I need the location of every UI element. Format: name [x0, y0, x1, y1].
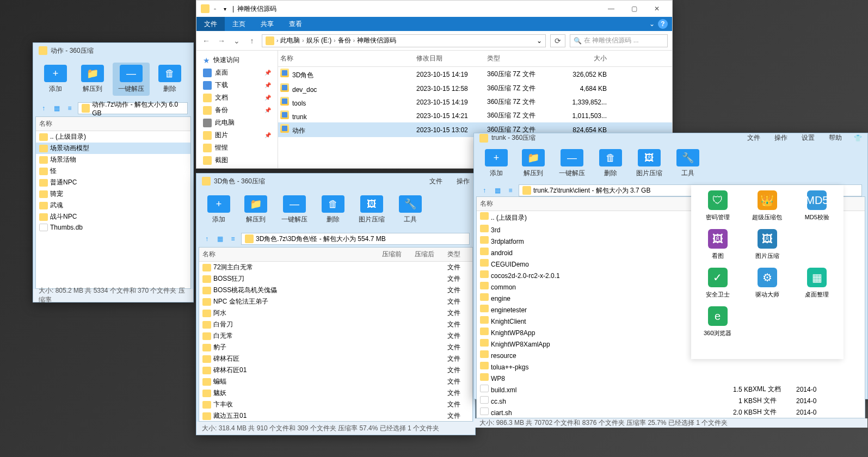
- sidebar-item[interactable]: 备份📌: [199, 104, 275, 116]
- add-button[interactable]: +添加: [479, 147, 513, 180]
- list-item[interactable]: BOSS桃花岛机关傀儡文件: [199, 285, 472, 296]
- breadcrumb-item[interactable]: 娱乐 (E:): [306, 36, 332, 45]
- list-item[interactable]: tolua++-pkgs: [477, 361, 865, 372]
- sidebar-item[interactable]: 下载📌: [199, 79, 275, 91]
- breadcrumb-item[interactable]: 备份: [338, 36, 351, 45]
- tools-button[interactable]: 🔧工具: [671, 147, 705, 180]
- back-button[interactable]: ←: [201, 35, 212, 46]
- table-row[interactable]: dev_doc2023-10-15 12:58360压缩 7Z 文件4,684 …: [278, 82, 672, 95]
- column-type[interactable]: 类型: [487, 54, 552, 63]
- add-button[interactable]: +添加: [39, 63, 72, 96]
- list-item[interactable]: 骑宠: [36, 188, 190, 200]
- list-item[interactable]: 72洞主白无常文件: [199, 262, 472, 273]
- tools-button[interactable]: 🔧工具: [393, 193, 427, 226]
- up-button[interactable]: ↑: [247, 35, 257, 46]
- list-item[interactable]: 白无常文件: [199, 330, 472, 342]
- column-type[interactable]: 类型: [447, 250, 469, 259]
- one-click-extract-button[interactable]: —一键解压: [553, 147, 590, 180]
- list-item[interactable]: 碑林石匠文件: [199, 353, 472, 365]
- menu-settings[interactable]: 设置: [802, 133, 815, 143]
- tool-browser[interactable]: e360浏览器: [697, 306, 738, 337]
- list-item[interactable]: BOSS狂刀文件: [199, 273, 472, 285]
- column-name[interactable]: 名称: [480, 199, 715, 208]
- tab-file[interactable]: 文件: [196, 17, 225, 31]
- maximize-button[interactable]: ▢: [623, 2, 645, 16]
- sidebar[interactable]: ★快速访问桌面📌下载📌文档📌备份📌此电脑图片📌惺惺截图: [196, 51, 278, 168]
- list-item[interactable]: 藏边五丑01文件: [199, 410, 472, 422]
- sidebar-item[interactable]: 此电脑: [199, 116, 275, 129]
- file-list[interactable]: 名称 压缩前 压缩后 类型 72洞主白无常文件BOSS狂刀文件BOSS桃花岛机关…: [199, 247, 473, 422]
- tool-md5[interactable]: MD5MD5校验: [796, 190, 838, 221]
- column-name[interactable]: 名称: [202, 250, 382, 259]
- list-item[interactable]: 豹子文件: [199, 342, 472, 353]
- list-item[interactable]: NPC 金轮法王弟子文件: [199, 296, 472, 307]
- chevron-down-icon[interactable]: ⌄: [537, 37, 542, 45]
- list-item[interactable]: 阿水文件: [199, 307, 472, 319]
- tab-share[interactable]: 共享: [253, 17, 281, 31]
- tools-panel[interactable]: 🛡密码管理 👑超级压缩包 MD5MD5校验 🖼看图 🖼图片压缩 ✓安全卫士 ⚙驱…: [691, 185, 844, 359]
- list-item[interactable]: 怪: [36, 165, 190, 177]
- menu-file[interactable]: 文件: [429, 177, 442, 186]
- breadcrumb[interactable]: › 此电脑 › 娱乐 (E:) › 备份 › 神雕侠侣源码 ⌄: [262, 34, 546, 47]
- tool-safe[interactable]: ✓安全卫士: [697, 268, 738, 299]
- menu-operate[interactable]: 操作: [457, 177, 470, 186]
- breadcrumb-item[interactable]: 神雕侠侣源码: [357, 36, 396, 45]
- view-icon[interactable]: ▦: [493, 186, 502, 195]
- compressor-window-2[interactable]: 3D角色 - 360压缩 文件 操作 +添加 📁解压到 —一键解压 🗑删除 🖼图…: [196, 173, 476, 435]
- list-item[interactable]: 场景活物: [36, 154, 190, 165]
- view-icon[interactable]: ▦: [52, 103, 61, 113]
- pic-compress-button[interactable]: 🖼图片压缩: [631, 147, 668, 180]
- recent-dropdown[interactable]: ⌄: [231, 35, 242, 46]
- list-item[interactable]: cc.sh1 KBSH 文件2014-0: [477, 395, 865, 406]
- extract-to-button[interactable]: 📁解压到: [76, 63, 109, 96]
- qat-icon[interactable]: ▾: [220, 4, 229, 13]
- sidebar-item[interactable]: 桌面📌: [199, 66, 275, 79]
- sidebar-item[interactable]: 截图: [199, 154, 275, 166]
- search-input[interactable]: 🔍 在 神雕侠侣源码 ...: [570, 34, 668, 47]
- list-item[interactable]: 普通NPC: [36, 177, 190, 188]
- column-name[interactable]: 名称: [280, 54, 416, 63]
- list-icon[interactable]: ≡: [506, 186, 515, 195]
- minimize-button[interactable]: —: [600, 2, 622, 16]
- titlebar[interactable]: ▫ ▾ | 神雕侠侣源码 — ▢ ✕: [196, 1, 672, 17]
- compressor-window-1[interactable]: 动作 - 360压缩 +添加 📁解压到 —一键解压 🗑删除 ↑ ▦ ≡ 动作.7…: [33, 42, 194, 302]
- extract-to-button[interactable]: 📁解压到: [516, 147, 550, 180]
- delete-button[interactable]: 🗑删除: [316, 193, 350, 226]
- file-list[interactable]: 名称 .. (上级目录)场景动画模型场景活物怪普通NPC骑宠武魂战斗NPCThu…: [35, 116, 191, 289]
- list-item[interactable]: WP8: [477, 372, 865, 384]
- path-input[interactable]: 动作.7z\动作 - 解包大小为 6.0 GB: [78, 102, 188, 114]
- column-pre[interactable]: 压缩前: [382, 250, 415, 259]
- tab-view[interactable]: 查看: [281, 17, 310, 31]
- qat-icon[interactable]: ▫: [211, 4, 219, 13]
- column-post[interactable]: 压缩后: [415, 250, 447, 259]
- view-icon[interactable]: ▦: [215, 234, 225, 244]
- menu-operate[interactable]: 操作: [774, 133, 787, 143]
- list-icon[interactable]: ≡: [228, 234, 238, 244]
- path-input[interactable]: 3D角色.7z\3D角色\怪 - 解包大小为 554.7 MB: [241, 233, 470, 245]
- tool-super-zip[interactable]: 👑超级压缩包: [746, 190, 788, 221]
- table-row[interactable]: trunk2023-10-15 14:21360压缩 7Z 文件1,011,50…: [278, 109, 672, 122]
- delete-button[interactable]: 🗑删除: [153, 63, 187, 96]
- up-icon[interactable]: ↑: [202, 234, 212, 244]
- list-item[interactable]: 武魂: [36, 200, 190, 211]
- add-button[interactable]: +添加: [202, 193, 236, 226]
- sidebar-item[interactable]: 惺惺: [199, 141, 275, 154]
- forward-button[interactable]: →: [216, 35, 227, 46]
- list-item[interactable]: 魑妖文件: [199, 387, 472, 399]
- list-item[interactable]: build.xml1.5 KBXML 文档2014-0: [477, 384, 865, 395]
- tab-home[interactable]: 主页: [225, 17, 253, 31]
- column-date[interactable]: 修改日期: [416, 54, 487, 63]
- one-click-extract-button[interactable]: —一键解压: [276, 193, 313, 226]
- list-item[interactable]: 卞丰收文件: [199, 399, 472, 410]
- tool-password[interactable]: 🛡密码管理: [697, 190, 738, 221]
- breadcrumb-item[interactable]: 此电脑: [280, 36, 300, 45]
- column-size[interactable]: 大小: [552, 54, 607, 63]
- list-item[interactable]: 白骨刀文件: [199, 319, 472, 330]
- menu-help[interactable]: 帮助: [829, 133, 842, 143]
- up-icon[interactable]: ↑: [39, 103, 48, 113]
- list-item[interactable]: .. (上级目录): [36, 131, 190, 143]
- table-row[interactable]: tools2023-10-15 14:19360压缩 7Z 文件1,339,85…: [278, 95, 672, 109]
- one-click-extract-button[interactable]: —一键解压: [113, 63, 150, 96]
- tool-desk[interactable]: ▦桌面整理: [796, 268, 838, 299]
- extract-to-button[interactable]: 📁解压到: [239, 193, 273, 226]
